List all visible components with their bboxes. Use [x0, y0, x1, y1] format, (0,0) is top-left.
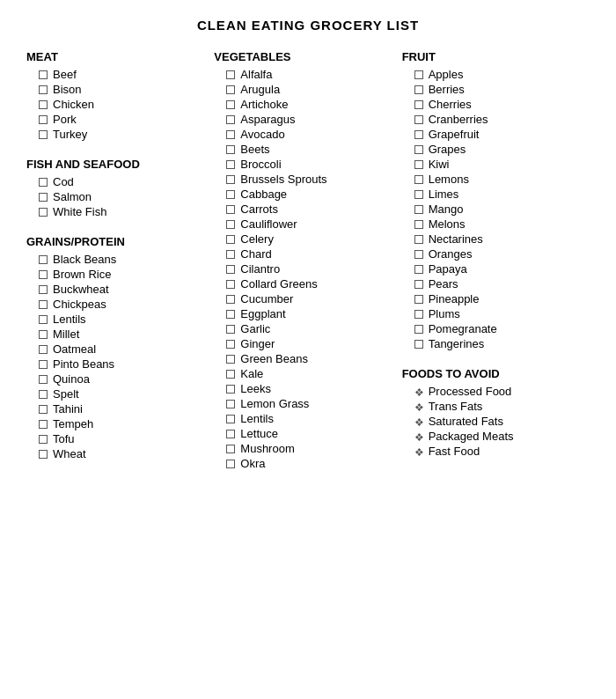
checkbox-icon[interactable] [39, 100, 48, 109]
checkbox-icon[interactable] [226, 220, 235, 229]
list-item[interactable]: Lentils [26, 312, 205, 327]
list-item[interactable]: Oatmeal [26, 342, 205, 357]
list-item[interactable]: Arugula [214, 82, 392, 97]
list-item[interactable]: Millet [26, 327, 205, 342]
list-item[interactable]: Green Beans [214, 351, 392, 366]
list-item[interactable]: Beef [26, 67, 205, 82]
list-item[interactable]: Oranges [402, 246, 581, 261]
list-item[interactable]: Buckwheat [26, 282, 205, 297]
checkbox-icon[interactable] [414, 85, 423, 94]
checkbox-icon[interactable] [226, 355, 235, 364]
checkbox-icon[interactable] [226, 160, 235, 169]
list-item[interactable]: Avocado [214, 127, 392, 142]
checkbox-icon[interactable] [226, 295, 235, 304]
list-item[interactable]: Cranberries [402, 112, 581, 127]
list-item[interactable]: Limes [402, 187, 581, 202]
checkbox-icon[interactable] [226, 370, 235, 379]
list-item[interactable]: Pomegranate [402, 321, 581, 336]
checkbox-icon[interactable] [226, 445, 235, 453]
checkbox-icon[interactable] [414, 145, 423, 154]
list-item[interactable]: Leeks [214, 381, 392, 396]
list-item[interactable]: Melons [402, 217, 581, 232]
checkbox-icon[interactable] [414, 175, 423, 184]
list-item[interactable]: Lemon Grass [214, 396, 392, 411]
checkbox-icon[interactable] [39, 435, 48, 444]
checkbox-icon[interactable] [226, 340, 235, 349]
checkbox-icon[interactable] [226, 415, 235, 423]
list-item[interactable]: Garlic [214, 321, 392, 336]
list-item[interactable]: Lentils [214, 411, 392, 426]
list-item[interactable]: Wheat [26, 446, 205, 461]
checkbox-icon[interactable] [39, 420, 48, 429]
checkbox-icon[interactable] [414, 160, 423, 169]
checkbox-icon[interactable] [414, 205, 423, 214]
checkbox-icon[interactable] [414, 340, 423, 349]
list-item[interactable]: Turkey [26, 127, 205, 142]
checkbox-icon[interactable] [414, 190, 423, 199]
list-item[interactable]: Cabbage [214, 187, 392, 202]
checkbox-icon[interactable] [226, 385, 235, 394]
list-item[interactable]: Quinoa [26, 372, 205, 386]
list-item[interactable]: Collard Greens [214, 276, 392, 291]
list-item[interactable]: Spelt [26, 386, 205, 401]
list-item[interactable]: Cod [26, 174, 205, 189]
list-item[interactable]: Apples [402, 67, 581, 82]
checkbox-icon[interactable] [414, 280, 423, 289]
list-item[interactable]: ❖Saturated Fats [402, 414, 581, 429]
checkbox-icon[interactable] [226, 235, 235, 244]
list-item[interactable]: Broccoli [214, 157, 392, 172]
list-item[interactable]: Cherries [402, 97, 581, 112]
list-item[interactable]: Pinto Beans [26, 357, 205, 372]
checkbox-icon[interactable] [39, 255, 48, 264]
checkbox-icon[interactable] [39, 375, 48, 384]
checkbox-icon[interactable] [226, 325, 235, 334]
checkbox-icon[interactable] [226, 205, 235, 214]
checkbox-icon[interactable] [39, 330, 48, 339]
checkbox-icon[interactable] [39, 405, 48, 414]
checkbox-icon[interactable] [414, 220, 423, 229]
list-item[interactable]: Papaya [402, 261, 581, 276]
checkbox-icon[interactable] [414, 235, 423, 244]
list-item[interactable]: Asparagus [214, 112, 392, 127]
checkbox-icon[interactable] [39, 208, 48, 217]
list-item[interactable]: Pork [26, 112, 205, 127]
checkbox-icon[interactable] [226, 265, 235, 274]
list-item[interactable]: Ginger [214, 336, 392, 351]
checkbox-icon[interactable] [226, 85, 235, 94]
list-item[interactable]: Celery [214, 232, 392, 246]
list-item[interactable]: ❖Fast Food [402, 444, 581, 459]
checkbox-icon[interactable] [39, 390, 48, 399]
list-item[interactable]: Tempeh [26, 416, 205, 431]
checkbox-icon[interactable] [226, 130, 235, 139]
checkbox-icon[interactable] [39, 270, 48, 279]
list-item[interactable]: Chard [214, 246, 392, 261]
list-item[interactable]: Carrots [214, 202, 392, 217]
list-item[interactable]: Okra [214, 456, 392, 471]
checkbox-icon[interactable] [226, 400, 235, 408]
list-item[interactable]: Pears [402, 276, 581, 291]
list-item[interactable]: Alfalfa [214, 67, 392, 82]
checkbox-icon[interactable] [414, 115, 423, 124]
checkbox-icon[interactable] [39, 450, 48, 459]
checkbox-icon[interactable] [39, 315, 48, 324]
checkbox-icon[interactable] [39, 85, 48, 94]
checkbox-icon[interactable] [39, 178, 48, 187]
checkbox-icon[interactable] [39, 193, 48, 202]
checkbox-icon[interactable] [414, 295, 423, 304]
checkbox-icon[interactable] [39, 300, 48, 309]
checkbox-icon[interactable] [39, 285, 48, 294]
list-item[interactable]: Mango [402, 202, 581, 217]
list-item[interactable]: Plums [402, 306, 581, 321]
checkbox-icon[interactable] [226, 280, 235, 289]
list-item[interactable]: Grapes [402, 142, 581, 157]
checkbox-icon[interactable] [414, 265, 423, 274]
checkbox-icon[interactable] [226, 190, 235, 199]
list-item[interactable]: ❖Processed Food [402, 384, 581, 399]
list-item[interactable]: Tofu [26, 431, 205, 446]
checkbox-icon[interactable] [39, 360, 48, 369]
list-item[interactable]: Cucumber [214, 291, 392, 306]
checkbox-icon[interactable] [226, 250, 235, 259]
list-item[interactable]: Lettuce [214, 426, 392, 441]
list-item[interactable]: Beets [214, 142, 392, 157]
checkbox-icon[interactable] [39, 345, 48, 354]
